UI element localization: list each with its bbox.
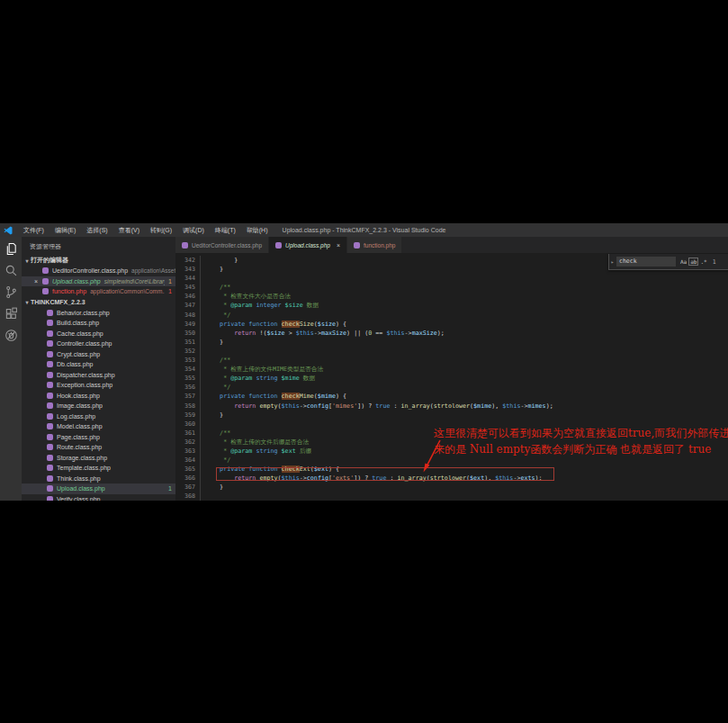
file-label: Think.class.php xyxy=(57,475,101,482)
code-text: } xyxy=(201,338,223,347)
tab-label: Upload.class.php xyxy=(285,242,330,249)
tree-item[interactable]: Model.class.php xyxy=(22,421,175,432)
menu-item[interactable]: 文件(F) xyxy=(18,223,49,237)
code-line[interactable]: 358 return empty($this->config['mimes'])… xyxy=(175,402,728,411)
code-line[interactable]: 359 } xyxy=(175,411,728,420)
line-number: 362 xyxy=(175,438,201,447)
menu-item[interactable]: 转到(G) xyxy=(145,223,177,237)
menu-item[interactable]: 选择(S) xyxy=(81,223,112,237)
editor-group: UeditorController.class.phpUpload.class.… xyxy=(175,237,728,501)
code-line[interactable]: 362 * 检查上传的文件后缀是否合法 xyxy=(175,438,728,447)
code-line[interactable]: 355 * @param string $mime 数据 xyxy=(175,374,728,383)
menu-item[interactable]: 终端(T) xyxy=(210,223,241,237)
code-line[interactable]: 346 * 检查文件大小是否合法 xyxy=(175,292,728,301)
code-line[interactable]: 365 private function checkExt($ext) { xyxy=(175,465,728,474)
code-line[interactable]: 361 /** xyxy=(175,429,728,438)
open-editor-item[interactable]: function.phpapplication\Common\Comm...1 xyxy=(22,286,175,297)
editor-tab[interactable]: Upload.class.php× xyxy=(269,237,347,253)
tree-item[interactable]: Cache.class.php xyxy=(22,329,175,339)
code-line[interactable]: 368 xyxy=(175,492,728,501)
open-editor-item[interactable]: UeditorController.class.phpapplication\A… xyxy=(22,266,175,276)
tree-item[interactable]: Image.class.php xyxy=(22,401,175,411)
menu-item[interactable]: 编辑(E) xyxy=(49,223,81,237)
screen: 文件(F)编辑(E)选择(S)查看(V)转到(G)调试(D)终端(T)帮助(H)… xyxy=(0,0,728,723)
code-text xyxy=(201,420,205,429)
code-text: * 检查上传的文件MIME类型是否合法 xyxy=(201,365,323,374)
find-input[interactable]: check xyxy=(616,257,676,267)
code-line[interactable]: 347 * @param integer $size 数据 xyxy=(175,301,728,310)
search-icon[interactable] xyxy=(4,263,18,277)
code-line[interactable]: 354 * 检查上传的文件MIME类型是否合法 xyxy=(175,365,728,374)
code-token: } xyxy=(205,339,223,346)
close-icon[interactable]: × xyxy=(337,242,340,249)
code-token: 数据 xyxy=(300,375,315,382)
editor-tab[interactable]: function.php xyxy=(347,237,402,253)
tree-item[interactable]: Page.class.php xyxy=(22,432,175,443)
open-editors-header[interactable]: ▾ 打开的编辑器 xyxy=(22,255,175,266)
code-token: : xyxy=(386,474,397,482)
code-line[interactable]: 345 /** xyxy=(175,283,728,292)
php-file-icon xyxy=(47,496,53,501)
code-token: } xyxy=(205,484,223,491)
line-number: 361 xyxy=(175,429,201,438)
code-token: ) { xyxy=(328,465,339,473)
editor-tab[interactable]: UeditorController.class.php xyxy=(175,237,269,253)
tree-item[interactable]: Db.class.php xyxy=(22,359,175,370)
tree-item[interactable]: Log.class.php xyxy=(22,411,175,422)
tree-item[interactable]: Build.class.php xyxy=(22,318,175,329)
tree-item[interactable]: Upload.class.php1 xyxy=(22,484,175,494)
tree-item[interactable]: Dispatcher.class.php xyxy=(22,370,175,381)
code-token: @param xyxy=(230,375,252,382)
tree-item[interactable]: Controller.class.php xyxy=(22,339,175,349)
code-token: private xyxy=(220,465,245,473)
line-number: 342 xyxy=(175,256,201,265)
project-folder-header[interactable]: ▾ THINKCMFX_2.2.3 xyxy=(22,297,175,308)
code-line[interactable]: 364 */ xyxy=(175,456,728,465)
php-file-icon xyxy=(47,485,53,492)
code-line[interactable]: 344 xyxy=(175,274,728,283)
code-token: $ext xyxy=(314,465,328,473)
tree-item[interactable]: Crypt.class.php xyxy=(22,349,175,360)
code-token: -> xyxy=(300,474,307,482)
menu-item[interactable]: 查看(V) xyxy=(113,223,145,237)
code-line[interactable]: 350 return !($size > $this->maxSize) || … xyxy=(175,329,728,338)
code-token: config xyxy=(307,474,328,482)
debug-icon[interactable] xyxy=(4,328,18,342)
close-icon[interactable]: × xyxy=(34,278,42,285)
code-line[interactable]: 349 private function checkSize($size) { xyxy=(175,320,728,329)
open-editor-item[interactable]: ×Upload.class.phpsimplewind\Core\Library… xyxy=(22,276,175,287)
tree-item[interactable]: Think.class.php xyxy=(22,474,175,484)
tree-item[interactable]: Exception.class.php xyxy=(22,380,175,391)
code-line[interactable]: 348 */ xyxy=(175,311,728,320)
tree-item[interactable]: Hook.class.php xyxy=(22,391,175,402)
code-line[interactable]: 353 /** xyxy=(175,356,728,365)
code-line[interactable]: 356 */ xyxy=(175,383,728,392)
code-text: * 检查文件大小是否合法 xyxy=(201,292,291,301)
code-line[interactable]: 351 } xyxy=(175,338,728,347)
tree-item[interactable]: Verify.class.php xyxy=(22,494,175,502)
code-editor[interactable]: 342 }343 }344345 /**346 * 检查文件大小是否合法347 … xyxy=(175,253,728,501)
tree-item[interactable]: Template.class.php xyxy=(22,463,175,474)
tree-item[interactable]: Behavior.class.php xyxy=(22,308,175,319)
code-line[interactable]: 360 xyxy=(175,420,728,429)
regex-button[interactable]: .* xyxy=(698,258,708,265)
tree-item[interactable]: Storage.class.php xyxy=(22,453,175,464)
php-file-icon xyxy=(47,444,53,450)
whole-word-button[interactable]: ab xyxy=(688,258,698,266)
vscode-window: 文件(F)编辑(E)选择(S)查看(V)转到(G)调试(D)终端(T)帮助(H)… xyxy=(0,223,728,501)
code-line[interactable]: 357 private function checkMime($mime) { xyxy=(175,392,728,401)
explorer-icon[interactable] xyxy=(4,241,18,256)
match-case-button[interactable]: Aa xyxy=(679,258,688,265)
line-number: 364 xyxy=(175,456,201,465)
menu-item[interactable]: 调试(D) xyxy=(177,223,210,237)
find-expand-icon[interactable]: ▸ xyxy=(609,254,616,269)
code-line[interactable]: 352 xyxy=(175,347,728,356)
source-control-icon[interactable] xyxy=(4,285,18,299)
tree-item[interactable]: Route.class.php xyxy=(22,442,175,453)
code-line[interactable]: 367 } xyxy=(175,483,728,492)
php-file-icon xyxy=(42,288,49,294)
code-line[interactable]: 363 * @param string $ext 后缀 xyxy=(175,447,728,456)
extensions-icon[interactable] xyxy=(4,306,18,321)
code-line[interactable]: 366 return empty($this->config['exts']) … xyxy=(175,474,728,483)
menu-item[interactable]: 帮助(H) xyxy=(241,223,274,237)
